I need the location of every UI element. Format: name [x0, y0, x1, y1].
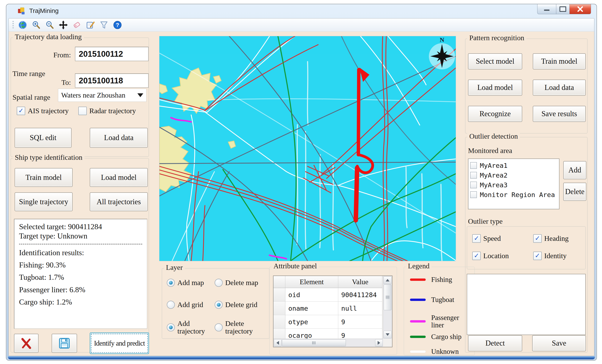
list-item-myarea2[interactable]: MyArea2 [468, 170, 559, 180]
help-icon[interactable]: ? [113, 20, 122, 30]
cell-element[interactable]: oid [285, 288, 338, 301]
radio-add-grid[interactable]: Add grid [167, 301, 203, 309]
identification-results-box[interactable]: Selected target: 900411284 Target type: … [14, 219, 147, 329]
edit-icon[interactable] [86, 20, 95, 30]
radio-delete-grid-label: Delete grid [225, 301, 258, 309]
from-label: From: [35, 51, 71, 59]
zoom-in-icon[interactable] [32, 20, 41, 30]
legend-title: Legend [406, 262, 432, 270]
column-header-element[interactable]: Element [285, 276, 338, 288]
heading-checkbox[interactable]: Heading [533, 234, 569, 243]
from-input[interactable]: 2015100112 [75, 47, 149, 61]
thumb-grip [386, 296, 389, 299]
train-model-button[interactable]: Train model [533, 53, 586, 69]
speed-label: Speed [483, 235, 501, 243]
column-header-value[interactable]: Value [338, 276, 382, 288]
detect-button[interactable]: Detect [468, 335, 522, 351]
list-item-myarea3[interactable]: MyArea3 [468, 180, 559, 190]
recognize-button[interactable]: Recognize [468, 106, 522, 122]
single-trajectory-button[interactable]: Single trajectory [15, 192, 73, 211]
save-button[interactable]: Save [532, 335, 586, 351]
to-input[interactable]: 2015100118 [75, 74, 149, 88]
cell-value[interactable]: 9 [338, 315, 382, 329]
legend-item-fishing: Fishing [410, 276, 452, 283]
load-model-button[interactable]: Load model [90, 168, 148, 187]
list-item-monitor-region-area[interactable]: Monitor Region Area [468, 190, 559, 200]
close-button[interactable] [570, 4, 591, 14]
zoom-out-icon[interactable] [45, 20, 54, 30]
maximize-button[interactable] [556, 4, 570, 14]
radar-trajectory-checkbox[interactable]: Radar trajectory [78, 107, 136, 115]
identity-checkbox[interactable]: Identity [533, 252, 567, 260]
radio-delete-grid[interactable]: Delete grid [215, 301, 258, 309]
checkbox-icon [533, 234, 542, 243]
svg-text:?: ? [116, 22, 119, 28]
horizontal-scrollbar[interactable] [273, 339, 383, 347]
radio-add-grid-label: Add grid [177, 301, 203, 309]
results-divider [19, 244, 142, 245]
load-model-button[interactable]: Load model [468, 80, 522, 96]
attribute-table[interactable]: Element Value oid 900411284 oname null o… [273, 276, 392, 347]
fishing-line-swatch [410, 278, 426, 281]
identify-and-predict-button[interactable]: Identify and predict [90, 332, 149, 354]
save-results-button[interactable] [52, 334, 77, 353]
pan-icon[interactable] [59, 20, 68, 30]
cell-element[interactable]: otype [285, 315, 338, 329]
spatial-range-combobox[interactable]: Waters near Zhoushan [58, 89, 147, 102]
list-item-myarea1[interactable]: MyArea1 [468, 161, 559, 170]
ais-trajectory-checkbox[interactable]: AIS trajectory [17, 107, 69, 115]
scroll-left-button[interactable] [274, 339, 281, 346]
results-header: Identification results: [19, 246, 142, 259]
unknown-line-swatch [410, 351, 426, 353]
load-data-button[interactable]: Load data [90, 128, 148, 148]
checkbox-icon [472, 252, 481, 260]
radio-delete-trajectory[interactable]: Delete trajectory [215, 320, 263, 335]
train-model-button[interactable]: Train model [15, 168, 73, 187]
scroll-down-button[interactable] [384, 331, 392, 338]
scroll-up-button[interactable] [384, 276, 392, 284]
checkbox-icon [533, 252, 542, 260]
vertical-scrollbar[interactable] [383, 276, 392, 339]
radio-add-trajectory[interactable]: Add trajectory [167, 320, 211, 335]
filter-icon[interactable] [99, 20, 108, 30]
horizontal-scroll-thumb[interactable] [282, 340, 346, 346]
title-bar[interactable]: TrajMining [6, 4, 596, 18]
speed-checkbox[interactable]: Speed [472, 234, 501, 243]
vertical-scroll-thumb[interactable] [384, 284, 391, 310]
tag-icon[interactable] [72, 20, 82, 30]
floppy-disk-icon [58, 337, 71, 349]
tugboat-line-swatch [410, 299, 426, 301]
legend-item-tugboat: Tugboat [410, 296, 454, 303]
all-trajectories-button[interactable]: All trajectories [90, 192, 148, 211]
heading-label: Heading [544, 235, 569, 243]
ship-type-identification-title: Ship type identification [13, 153, 85, 161]
legend-label: Tugboat [431, 296, 454, 303]
minimize-button[interactable] [537, 4, 556, 14]
row-header [273, 315, 285, 329]
checkbox-icon [470, 162, 477, 169]
radio-delete-map[interactable]: Delete map [215, 279, 258, 287]
delete-area-button[interactable]: Delete [563, 183, 586, 201]
detection-output-box[interactable] [467, 274, 586, 335]
ais-trajectory-label: AIS trajectory [28, 107, 69, 115]
cell-element[interactable]: oname [285, 301, 338, 315]
load-data-button[interactable]: Load data [533, 80, 586, 96]
window-bottom-frame [8, 356, 595, 359]
save-results-button[interactable]: Save results [533, 106, 586, 122]
globe-icon[interactable] [18, 20, 27, 30]
map-canvas[interactable]: N [159, 36, 456, 261]
spatial-range-value: Waters near Zhoushan [61, 91, 125, 99]
cell-value[interactable]: 900411284 [338, 288, 382, 301]
map-svg: N [159, 36, 456, 261]
monitored-area-list[interactable]: MyArea1 MyArea2 MyArea3 Monitor Region A… [468, 159, 559, 209]
sql-edit-button[interactable]: SQL edit [15, 128, 72, 148]
add-area-button[interactable]: Add [563, 161, 586, 179]
scroll-right-button[interactable] [375, 339, 383, 346]
checkbox-icon [472, 234, 481, 243]
clear-button[interactable] [14, 334, 39, 353]
location-checkbox[interactable]: Location [472, 252, 509, 260]
radio-add-map[interactable]: Add map [167, 279, 204, 287]
cell-value[interactable]: null [338, 301, 382, 315]
select-model-button[interactable]: Select model [468, 53, 522, 69]
toolbar-grip[interactable] [12, 21, 14, 29]
